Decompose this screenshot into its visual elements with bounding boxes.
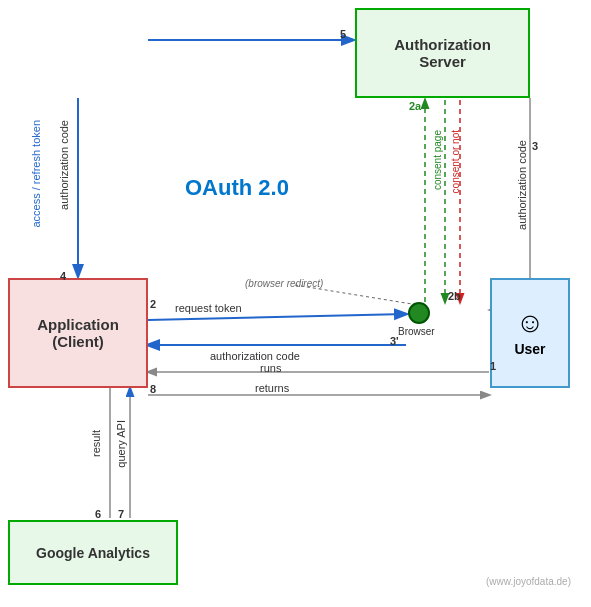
label-result: result [90, 430, 102, 457]
svg-line-2 [148, 314, 406, 320]
num-7: 7 [118, 508, 124, 520]
application-label: Application (Client) [37, 316, 119, 350]
num-2b: 2b [448, 290, 461, 302]
label-access-refresh: access / refresh token [30, 120, 42, 228]
num-3: 3 [532, 140, 538, 152]
label-auth-code-left: authorization code [58, 120, 70, 210]
diagram-container: Authorization Server Application (Client… [0, 0, 591, 607]
num-2: 2 [150, 298, 156, 310]
label-runs: runs [260, 362, 281, 374]
user-box: ☺ User [490, 278, 570, 388]
label-query-api: query API [115, 420, 127, 468]
num-1: 1 [490, 360, 496, 372]
label-returns: returns [255, 382, 289, 394]
watermark: (www.joyofdata.de) [486, 576, 571, 587]
num-4: 4 [60, 270, 66, 282]
google-analytics-box: Google Analytics [8, 520, 178, 585]
application-box: Application (Client) [8, 278, 148, 388]
label-auth-code-horizontal: authorization code [210, 350, 300, 362]
google-label: Google Analytics [36, 545, 150, 561]
label-request-token: request token [175, 302, 242, 314]
label-auth-code-right: authorization code [516, 140, 528, 230]
num-3prime: 3' [390, 335, 399, 347]
browser-dot [408, 302, 430, 324]
oauth-title: OAuth 2.0 [185, 175, 289, 201]
user-label: User [514, 341, 545, 357]
browser-redirect-label: (browser redirect) [245, 278, 323, 289]
label-consent-page: consent page [432, 130, 443, 190]
browser-label: Browser [398, 326, 435, 337]
label-consent-or-not: consent or not [450, 130, 461, 193]
num-8: 8 [150, 383, 156, 395]
auth-server-label: Authorization Server [394, 36, 491, 70]
auth-server-box: Authorization Server [355, 8, 530, 98]
num-5: 5 [340, 28, 346, 40]
user-icon: ☺ [516, 309, 545, 337]
num-6: 6 [95, 508, 101, 520]
num-2a: 2a [409, 100, 421, 112]
